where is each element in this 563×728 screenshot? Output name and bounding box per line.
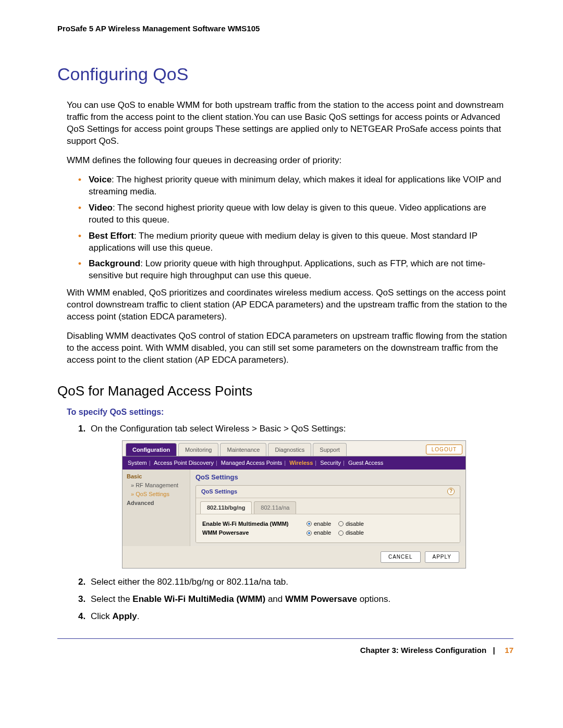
task-label: To specify QoS settings: bbox=[67, 406, 513, 418]
logout-button[interactable]: LOGOUT bbox=[426, 445, 462, 455]
band-tab-80211bgn[interactable]: 802.11b/bg/ng bbox=[200, 501, 252, 514]
list-item: Background: Low priority queue with high… bbox=[78, 258, 513, 282]
powersave-disable-radio[interactable]: disable bbox=[338, 529, 364, 537]
main-title: QoS Settings bbox=[195, 473, 460, 482]
subtab-managed-ap[interactable]: Managed Access Points bbox=[221, 460, 282, 466]
tab-monitoring[interactable]: Monitoring bbox=[178, 443, 218, 456]
wmm-enable-radio[interactable]: enable bbox=[307, 520, 331, 528]
subtab-security[interactable]: Security bbox=[320, 460, 341, 466]
heading-2: QoS for Managed Access Points bbox=[57, 382, 513, 400]
step-1: On the Configuration tab select Wireless… bbox=[78, 423, 513, 569]
qos-settings-screenshot: Configuration Monitoring Maintenance Dia… bbox=[122, 440, 466, 569]
cancel-button[interactable]: CANCEL bbox=[381, 551, 421, 563]
intro-paragraph: You can use QoS to enable WMM for both u… bbox=[57, 100, 513, 147]
qos-panel: QoS Settings ? 802.11b/bg/ng 802.11a/na … bbox=[195, 485, 460, 543]
apply-button[interactable]: APPLY bbox=[425, 551, 460, 563]
subtab-guest-access[interactable]: Guest Access bbox=[348, 460, 383, 466]
panel-heading: QoS Settings bbox=[201, 488, 237, 496]
list-item: Video: The second highest priority queue… bbox=[78, 202, 513, 226]
doc-title: ProSafe 5 AP Wireless Management Softwar… bbox=[57, 23, 513, 34]
sidebar-qos-settings[interactable]: » QoS Settings bbox=[131, 490, 186, 498]
steps-list: On the Configuration tab select Wireless… bbox=[57, 423, 513, 623]
step-2: Select either the 802.11b/bg/ng or 802.1… bbox=[78, 576, 513, 588]
step-3: Select the Enable Wi-Fi MultiMedia (WMM)… bbox=[78, 594, 513, 606]
help-icon[interactable]: ? bbox=[447, 488, 455, 495]
wmm-disable-radio[interactable]: disable bbox=[338, 520, 364, 528]
tab-support[interactable]: Support bbox=[313, 443, 347, 456]
tab-diagnostics[interactable]: Diagnostics bbox=[268, 443, 311, 456]
sidebar-advanced[interactable]: Advanced bbox=[127, 499, 186, 507]
subtab-bar: System| Access Point Discovery| Managed … bbox=[123, 456, 466, 470]
powersave-label: WMM Powersave bbox=[202, 529, 307, 537]
band-tab-80211an[interactable]: 802.11a/na bbox=[254, 501, 296, 514]
sidebar-basic[interactable]: Basic bbox=[127, 473, 186, 480]
tab-maintenance[interactable]: Maintenance bbox=[220, 443, 266, 456]
list-item: Voice: The highest priority queue with m… bbox=[78, 174, 513, 198]
sidebar: Basic » RF Management » QoS Settings Adv… bbox=[123, 470, 190, 546]
heading-1: Configuring QoS bbox=[57, 63, 513, 87]
subtab-system[interactable]: System bbox=[128, 460, 147, 466]
powersave-enable-radio[interactable]: enable bbox=[307, 529, 331, 537]
list-item: Best Effort: The medium priority queue w… bbox=[78, 230, 513, 254]
wmm-label: Enable Wi-Fi Multimedia (WMM) bbox=[202, 520, 307, 528]
subtab-ap-discovery[interactable]: Access Point Discovery bbox=[154, 460, 214, 466]
queue-list: Voice: The highest priority queue with m… bbox=[57, 174, 513, 282]
paragraph-wmm-enabled: With WMM enabled, QoS prioritizes and co… bbox=[57, 287, 513, 323]
sidebar-rf-management[interactable]: » RF Management bbox=[131, 482, 186, 489]
tab-configuration[interactable]: Configuration bbox=[126, 443, 177, 456]
page-footer: Chapter 3: Wireless Configuration | 17 bbox=[57, 645, 513, 656]
paragraph-disabling: Disabling WMM deactivates QoS control of… bbox=[57, 330, 513, 366]
step-4: Click Apply. bbox=[78, 611, 513, 623]
subtab-wireless[interactable]: Wireless bbox=[289, 460, 313, 466]
wmm-lead: WMM defines the following four queues in… bbox=[57, 155, 513, 167]
